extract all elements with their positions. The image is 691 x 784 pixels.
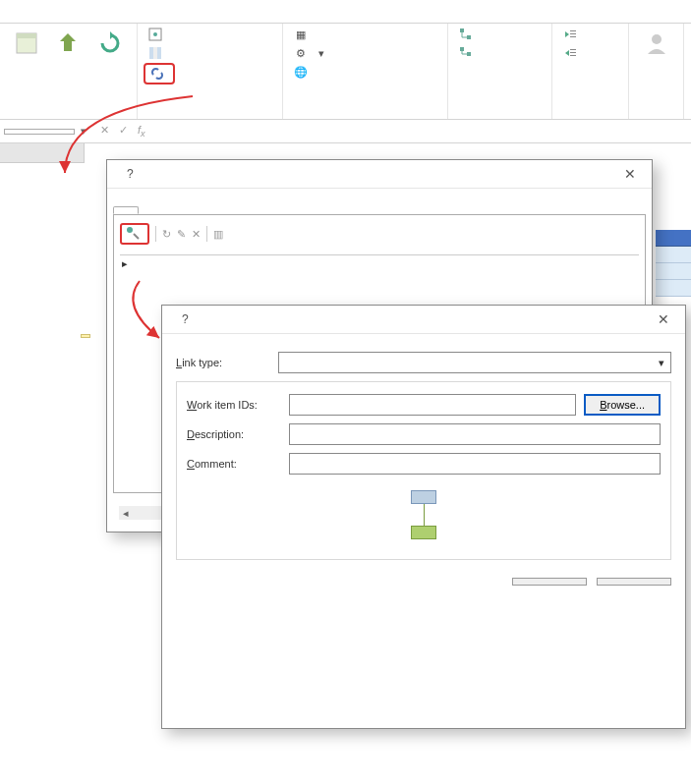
users-group-label [635, 113, 677, 117]
name-box[interactable] [4, 129, 75, 135]
publish-icon [52, 28, 84, 59]
svg-rect-15 [570, 52, 576, 53]
browse-button[interactable]: Browse... [584, 394, 661, 416]
tree-row[interactable] [120, 272, 639, 276]
svg-rect-6 [157, 47, 161, 59]
ok-button[interactable] [512, 578, 587, 586]
link-type-label: Link type: [176, 357, 270, 368]
preview-source-box [411, 490, 436, 504]
get-wi-icon [147, 27, 163, 42]
preview-target-box [411, 526, 436, 539]
add-tree-level-button[interactable] [454, 26, 482, 43]
close-icon[interactable]: ✕ [618, 166, 642, 182]
svg-rect-10 [467, 52, 471, 56]
comment-label: Comment: [187, 458, 281, 470]
delete-icon[interactable]: ✕ [192, 228, 201, 241]
columns-icon [147, 45, 163, 61]
svg-rect-7 [460, 28, 464, 32]
new-list-icon [11, 28, 42, 59]
scroll-left-icon[interactable]: ◂ [119, 506, 133, 520]
svg-rect-14 [570, 49, 576, 50]
add-child-button[interactable] [454, 44, 482, 62]
indent-icon [562, 45, 578, 61]
svg-point-3 [153, 32, 157, 36]
title-column-fragment [656, 230, 691, 297]
tab-links[interactable] [113, 206, 139, 214]
get-work-items-button[interactable] [144, 26, 175, 43]
formula-bar[interactable] [157, 130, 691, 134]
columns-icon[interactable]: ▥ [213, 228, 223, 241]
user-icon [641, 28, 672, 59]
new-list-button[interactable] [6, 26, 47, 63]
links-attachments-button[interactable] [144, 63, 175, 84]
svg-rect-8 [467, 35, 471, 39]
tree-group-label [454, 113, 546, 117]
link-to-button[interactable] [120, 223, 149, 245]
chevron-down-icon: ▾ [659, 357, 664, 369]
comment-input[interactable] [289, 453, 661, 475]
publish-button[interactable] [47, 26, 88, 63]
outdent-button[interactable] [558, 26, 586, 43]
name-bar: ▾ ✕ ✓ fx [0, 120, 691, 143]
col-header-a[interactable] [0, 143, 85, 163]
svg-rect-4 [149, 47, 153, 59]
select-user-button[interactable] [635, 26, 677, 63]
add-child-icon [458, 45, 474, 61]
refresh-icon [94, 28, 126, 59]
edit-icon[interactable]: ✎ [177, 228, 186, 241]
link-add-icon [126, 226, 140, 242]
open-web-button[interactable]: 🌐 [289, 63, 328, 81]
link-icon [149, 66, 165, 82]
add-link-dialog: ? ✕ Link type: ▾ Work item IDs: Browse..… [161, 305, 686, 729]
redo-icon[interactable]: ↻ [162, 228, 171, 241]
work-items-group-label [144, 113, 276, 117]
tab-attachments[interactable] [139, 206, 164, 214]
dialog1-intro [107, 189, 652, 202]
ribbon-tabs [0, 0, 691, 24]
svg-rect-12 [570, 33, 576, 34]
description-label: Description: [187, 428, 281, 440]
choose-columns-button[interactable] [144, 44, 175, 62]
cancel-formula-icon[interactable]: ✕ [100, 124, 109, 139]
tree-row[interactable]: ▸ [120, 255, 639, 272]
cancel-button[interactable] [597, 578, 671, 586]
svg-rect-16 [570, 55, 576, 56]
configure-button[interactable]: ⚙▾ [289, 44, 328, 62]
globe-icon: 🌐 [293, 64, 309, 80]
tree-icon [458, 27, 474, 42]
work-item-ids-label: Work item IDs: [187, 399, 281, 411]
svg-point-18 [127, 227, 133, 233]
outdent-icon [562, 27, 578, 42]
svg-rect-1 [17, 33, 36, 38]
chevron-down-icon: ▾ [318, 47, 324, 60]
help-icon[interactable]: ? [172, 312, 199, 326]
edit-areas-button[interactable]: ▦ [289, 26, 328, 43]
areas-icon: ▦ [293, 27, 309, 42]
svg-rect-11 [570, 30, 576, 31]
fx-icon[interactable]: fx [138, 124, 145, 139]
close-icon[interactable]: ✕ [652, 311, 675, 327]
description-input[interactable] [289, 423, 661, 445]
caret-icon: ▸ [122, 257, 128, 270]
accept-formula-icon[interactable]: ✓ [119, 124, 128, 139]
readonly-tooltip [81, 334, 90, 338]
gear-icon: ⚙ [293, 45, 309, 61]
svg-rect-13 [570, 36, 576, 37]
indent-button[interactable] [558, 44, 586, 62]
svg-rect-9 [460, 47, 464, 51]
ribbon-body: ▦ ⚙▾ 🌐 [0, 24, 691, 120]
refresh-button[interactable] [89, 26, 131, 63]
name-box-dropdown[interactable]: ▾ [79, 123, 88, 140]
svg-point-17 [652, 34, 662, 44]
svg-rect-5 [153, 47, 157, 59]
link-type-select[interactable]: ▾ [278, 352, 671, 373]
help-icon[interactable]: ? [117, 167, 144, 181]
preview-connector [424, 504, 425, 526]
work-item-ids-input[interactable] [289, 394, 576, 416]
